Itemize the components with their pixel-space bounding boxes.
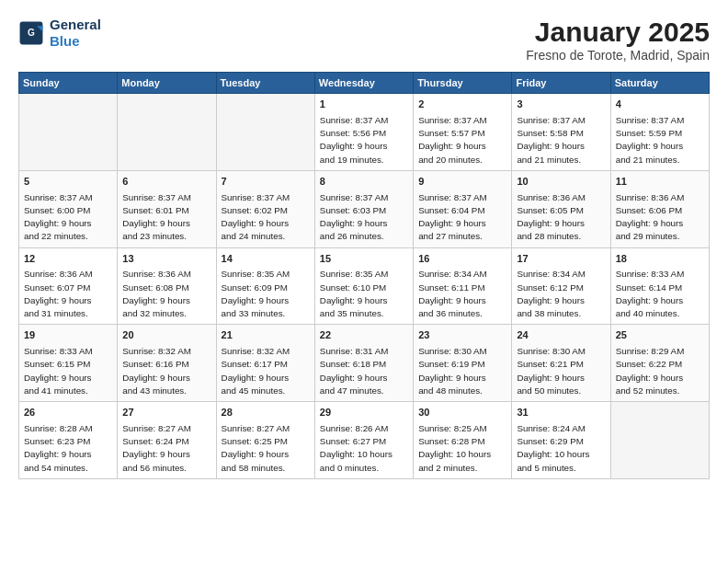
day-number: 4 xyxy=(616,98,704,112)
day-info: and 52 minutes. xyxy=(616,385,704,397)
day-info: and 33 minutes. xyxy=(222,307,310,320)
day-info: and 50 minutes. xyxy=(517,385,605,397)
day-info: Sunset: 6:06 PM xyxy=(616,204,704,217)
day-info: Daylight: 9 hours xyxy=(222,448,310,461)
day-info: Daylight: 9 hours xyxy=(122,448,210,461)
day-number: 28 xyxy=(222,406,310,420)
calendar-cell: 22Sunrise: 8:31 AMSunset: 6:18 PMDayligh… xyxy=(314,325,413,402)
day-info: Sunset: 6:14 PM xyxy=(616,282,704,294)
day-info: Sunrise: 8:27 AM xyxy=(222,422,310,435)
day-info: Daylight: 9 hours xyxy=(122,217,210,230)
day-info: and 36 minutes. xyxy=(418,307,506,320)
day-info: Sunset: 6:22 PM xyxy=(616,358,704,371)
day-info: Sunset: 6:18 PM xyxy=(320,358,408,371)
week-row-2: 5Sunrise: 8:37 AMSunset: 6:00 PMDaylight… xyxy=(19,170,710,247)
day-info: Sunrise: 8:37 AM xyxy=(320,114,408,127)
day-info: Sunset: 5:57 PM xyxy=(418,127,506,140)
day-info: and 29 minutes. xyxy=(616,230,704,243)
day-info: and 23 minutes. xyxy=(122,230,210,243)
location: Fresno de Torote, Madrid, Spain xyxy=(526,48,710,63)
day-info: Sunrise: 8:37 AM xyxy=(222,191,310,204)
day-info: and 5 minutes. xyxy=(517,462,605,475)
day-info: Daylight: 9 hours xyxy=(616,294,704,307)
day-info: Sunset: 6:04 PM xyxy=(418,204,506,217)
day-info: Sunset: 6:21 PM xyxy=(517,358,605,371)
calendar-cell: 5Sunrise: 8:37 AMSunset: 6:00 PMDaylight… xyxy=(19,170,118,247)
title-block: January 2025 Fresno de Torote, Madrid, S… xyxy=(526,17,710,63)
day-number: 9 xyxy=(418,175,506,190)
day-info: and 48 minutes. xyxy=(418,385,506,397)
day-number: 17 xyxy=(517,252,605,267)
calendar-cell: 3Sunrise: 8:37 AMSunset: 5:58 PMDaylight… xyxy=(512,94,610,171)
calendar-cell: 13Sunrise: 8:36 AMSunset: 6:08 PMDayligh… xyxy=(118,247,216,325)
day-info: Sunset: 6:01 PM xyxy=(122,204,210,217)
day-info: Daylight: 9 hours xyxy=(517,372,605,385)
calendar-cell: 21Sunrise: 8:32 AMSunset: 6:17 PMDayligh… xyxy=(216,325,314,402)
day-number: 27 xyxy=(122,406,210,420)
day-info: Sunrise: 8:24 AM xyxy=(517,422,605,435)
day-info: Sunrise: 8:33 AM xyxy=(616,268,704,281)
day-number: 2 xyxy=(418,98,506,112)
weekday-friday: Friday xyxy=(512,73,610,94)
day-number: 29 xyxy=(320,406,408,420)
weekday-sunday: Sunday xyxy=(19,73,118,94)
day-info: Sunset: 6:23 PM xyxy=(24,435,112,448)
day-info: Sunrise: 8:29 AM xyxy=(616,345,704,358)
day-number: 18 xyxy=(616,252,704,267)
day-info: Sunrise: 8:37 AM xyxy=(24,191,112,204)
weekday-thursday: Thursday xyxy=(414,73,512,94)
day-info: Sunset: 6:09 PM xyxy=(222,282,310,294)
day-info: and 20 minutes. xyxy=(418,154,506,167)
day-number: 6 xyxy=(122,175,210,190)
day-info: Sunrise: 8:37 AM xyxy=(122,191,210,204)
day-info: and 24 minutes. xyxy=(222,230,310,243)
day-info: Daylight: 9 hours xyxy=(517,140,605,153)
day-info: Sunrise: 8:35 AM xyxy=(222,268,310,281)
day-info: Sunset: 6:05 PM xyxy=(517,204,605,217)
calendar-cell: 7Sunrise: 8:37 AMSunset: 6:02 PMDaylight… xyxy=(216,170,314,247)
svg-text:G: G xyxy=(28,28,35,38)
day-info: Daylight: 9 hours xyxy=(24,372,112,385)
day-info: and 26 minutes. xyxy=(320,230,408,243)
day-info: Sunrise: 8:28 AM xyxy=(24,422,112,435)
day-info: Sunrise: 8:37 AM xyxy=(320,191,408,204)
day-info: Daylight: 9 hours xyxy=(616,140,704,153)
day-info: and 41 minutes. xyxy=(24,385,112,397)
day-number: 30 xyxy=(418,406,506,420)
day-info: Sunrise: 8:35 AM xyxy=(320,268,408,281)
day-number: 31 xyxy=(517,406,605,420)
day-info: Daylight: 9 hours xyxy=(222,294,310,307)
day-info: Sunrise: 8:26 AM xyxy=(320,422,408,435)
day-info: Sunrise: 8:37 AM xyxy=(418,114,506,127)
day-number: 19 xyxy=(24,328,112,343)
day-info: Daylight: 9 hours xyxy=(418,372,506,385)
day-info: Daylight: 9 hours xyxy=(616,372,704,385)
day-info: Daylight: 10 hours xyxy=(320,448,408,461)
day-number: 14 xyxy=(222,252,310,267)
calendar-cell: 20Sunrise: 8:32 AMSunset: 6:16 PMDayligh… xyxy=(118,325,216,402)
day-info: Sunset: 6:08 PM xyxy=(122,282,210,294)
calendar-cell: 18Sunrise: 8:33 AMSunset: 6:14 PMDayligh… xyxy=(610,247,709,325)
day-info: and 28 minutes. xyxy=(517,230,605,243)
day-info: Sunrise: 8:33 AM xyxy=(24,345,112,358)
calendar-cell: 15Sunrise: 8:35 AMSunset: 6:10 PMDayligh… xyxy=(314,247,413,325)
day-info: Sunset: 6:03 PM xyxy=(320,204,408,217)
day-info: Sunrise: 8:32 AM xyxy=(222,345,310,358)
weekday-header-row: SundayMondayTuesdayWednesdayThursdayFrid… xyxy=(19,73,710,94)
day-info: Sunset: 5:59 PM xyxy=(616,127,704,140)
day-number: 13 xyxy=(122,252,210,267)
day-info: Daylight: 9 hours xyxy=(320,372,408,385)
day-info: and 35 minutes. xyxy=(320,307,408,320)
day-info: Sunset: 6:28 PM xyxy=(418,435,506,448)
day-number: 24 xyxy=(517,328,605,343)
calendar-cell: 24Sunrise: 8:30 AMSunset: 6:21 PMDayligh… xyxy=(512,325,610,402)
day-info: and 40 minutes. xyxy=(616,307,704,320)
day-info: Sunset: 6:24 PM xyxy=(122,435,210,448)
day-info: Daylight: 9 hours xyxy=(222,217,310,230)
week-row-1: 1Sunrise: 8:37 AMSunset: 5:56 PMDaylight… xyxy=(19,94,710,171)
weekday-wednesday: Wednesday xyxy=(314,73,413,94)
day-info: Sunset: 5:58 PM xyxy=(517,127,605,140)
day-info: Sunrise: 8:32 AM xyxy=(122,345,210,358)
day-info: Sunset: 6:16 PM xyxy=(122,358,210,371)
day-number: 10 xyxy=(517,175,605,190)
